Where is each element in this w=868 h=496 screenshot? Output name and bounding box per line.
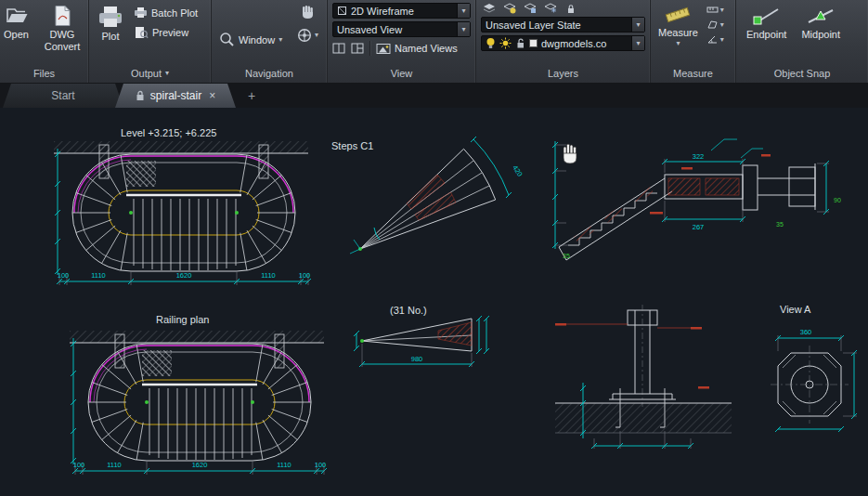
dwg-file-icon: [52, 5, 72, 27]
layer-state-dropdown-icon[interactable]: ▾: [631, 18, 644, 32]
steering-wheel-button[interactable]: ▾: [297, 28, 318, 43]
new-tab-button[interactable]: +: [240, 84, 263, 108]
view-label: View: [391, 68, 413, 79]
preview-label: Preview: [152, 27, 188, 38]
panel-view-body: 2D Wireframe ▾ Unsaved View ▾: [328, 0, 475, 64]
panel-label-measure: Measure: [651, 64, 735, 83]
layer-isolate-icon[interactable]: [524, 3, 537, 14]
model-space-canvas[interactable]: Level +3.215; +6.225 Steps C1 Railing pl…: [0, 108, 868, 496]
named-views-button[interactable]: Named Views: [376, 43, 458, 55]
measure-distance-button[interactable]: ▾: [706, 5, 724, 15]
tab-spiral-stair-label: spiral-stair: [150, 89, 201, 102]
steps-c1-label: Steps C1: [331, 140, 373, 151]
svg-text:1110: 1110: [91, 271, 106, 280]
svg-text:360: 360: [800, 328, 812, 336]
panel-object-snap-body: Endpoint Midpoint: [736, 0, 868, 64]
viewport-config-icon[interactable]: [332, 43, 345, 54]
plot-button[interactable]: Plot: [94, 3, 127, 61]
svg-text:1620: 1620: [176, 271, 192, 280]
measure-button[interactable]: Measure ▾: [655, 3, 701, 61]
unlock-icon[interactable]: [515, 37, 525, 49]
midpoint-snap-button[interactable]: Midpoint: [798, 3, 843, 61]
svg-text:100: 100: [73, 461, 85, 469]
zoom-window-label: Window: [239, 34, 275, 46]
panel-view: 2D Wireframe ▾ Unsaved View ▾: [328, 0, 476, 83]
layer-off-icon[interactable]: [503, 3, 516, 14]
visual-style-dropdown-icon[interactable]: ▾: [457, 4, 470, 18]
batch-plot-button[interactable]: Batch Plot: [131, 5, 201, 20]
tab-spiral-stair[interactable]: spiral-stair ×: [115, 84, 236, 108]
panel-object-snap: Endpoint Midpoint Object Snap: [736, 0, 868, 83]
preview-button[interactable]: Preview: [131, 24, 201, 41]
measure-label-text: Measure: [658, 27, 698, 38]
panel-files-body: Open DWG Convert: [0, 0, 88, 64]
navigation-label: Navigation: [245, 68, 293, 79]
measure-angle-button[interactable]: ▾: [706, 34, 724, 45]
layer-state-combo[interactable]: Unsaved Layer State ▾: [481, 17, 645, 33]
panel-navigation: Window ▾: [212, 0, 328, 83]
panel-layers: Unsaved Layer State ▾ dwgmodels.co ▾ La: [476, 0, 651, 83]
layer-freeze-icon[interactable]: [544, 3, 557, 14]
plot-printer-icon: [97, 5, 124, 29]
tab-close-icon[interactable]: ×: [209, 89, 215, 102]
endpoint-snap-button[interactable]: Endpoint: [744, 3, 789, 61]
zoom-window-button[interactable]: Window ▾: [216, 18, 285, 61]
lock-icon: [136, 90, 145, 101]
tab-start[interactable]: Start: [3, 84, 123, 108]
panel-label-files: Files: [0, 64, 88, 83]
svg-text:267: 267: [693, 223, 705, 231]
layer-tools-row: [481, 3, 645, 14]
panel-output: Plot Batch Plot P: [89, 0, 212, 83]
dwg-convert-label: DWG Convert: [40, 29, 84, 53]
count-label: (31 No.): [390, 305, 427, 316]
plan-view-level: 100 1110 1620 1110 100: [54, 141, 311, 285]
measure-dropdown-icon[interactable]: ▾: [676, 40, 680, 47]
output-label: Output: [131, 68, 162, 79]
panel-files: Open DWG Convert Files: [0, 0, 89, 83]
zoom-window-dropdown-icon: ▾: [279, 36, 282, 44]
output-expander-icon[interactable]: ▾: [165, 70, 169, 77]
pan-cursor: [564, 144, 577, 163]
pan-button[interactable]: [300, 5, 315, 20]
preview-icon: [134, 26, 149, 39]
midpoint-label: Midpoint: [801, 29, 840, 40]
view-combo-value: Unsaved View: [337, 24, 402, 35]
svg-text:90: 90: [834, 197, 841, 203]
endpoint-snap-icon: [752, 5, 782, 27]
layer-properties-icon[interactable]: [483, 3, 496, 14]
railing-plan-view: 100 1110 1620 1110 100: [70, 331, 327, 475]
panel-label-output: Output ▾: [89, 64, 211, 83]
drawing-viewport[interactable]: Level +3.215; +6.225 Steps C1 Railing pl…: [0, 108, 868, 496]
sun-thaw-icon[interactable]: [499, 37, 512, 49]
panel-measure-body: Measure ▾ ▾ ▾ ▾: [651, 0, 735, 64]
layer-combo[interactable]: dwgmodels.co ▾: [481, 35, 645, 51]
layer-lock-icon[interactable]: [564, 3, 577, 14]
layer-dropdown-icon[interactable]: ▾: [631, 36, 644, 50]
view-combo-dropdown-icon[interactable]: ▾: [457, 22, 470, 36]
bulb-on-icon[interactable]: [486, 37, 496, 49]
named-views-icon: [376, 43, 391, 55]
view-combo[interactable]: Unsaved View ▾: [332, 21, 471, 37]
measure-distance-icon: [706, 5, 719, 15]
midpoint-snap-icon: [806, 5, 836, 27]
section-detail: 322 267 35 35 90: [552, 139, 841, 260]
open-button[interactable]: Open: [1, 3, 32, 61]
file-tab-bar: Start spiral-stair × +: [0, 84, 868, 108]
svg-text:980: 980: [411, 355, 423, 363]
wireframe-icon: [337, 6, 347, 16]
steps-detail: 420: [350, 137, 525, 254]
measure-area-button[interactable]: ▾: [706, 20, 724, 30]
layers-label: Layers: [548, 68, 578, 79]
viewport-join-icon[interactable]: [351, 43, 364, 54]
visual-style-combo[interactable]: 2D Wireframe ▾: [332, 3, 471, 19]
svg-text:35: 35: [776, 221, 784, 228]
named-views-label: Named Views: [395, 43, 458, 54]
measure-label: Measure: [673, 68, 713, 79]
layer-color-swatch[interactable]: [529, 39, 538, 47]
dwg-convert-button[interactable]: DWG Convert: [37, 3, 87, 61]
measure-ruler-icon: [664, 5, 692, 25]
ribbon: Open DWG Convert Files: [0, 0, 868, 84]
panel-label-layers: Layers: [476, 64, 650, 83]
panel-layers-body: Unsaved Layer State ▾ dwgmodels.co ▾: [476, 0, 650, 64]
svg-text:100: 100: [299, 271, 311, 280]
